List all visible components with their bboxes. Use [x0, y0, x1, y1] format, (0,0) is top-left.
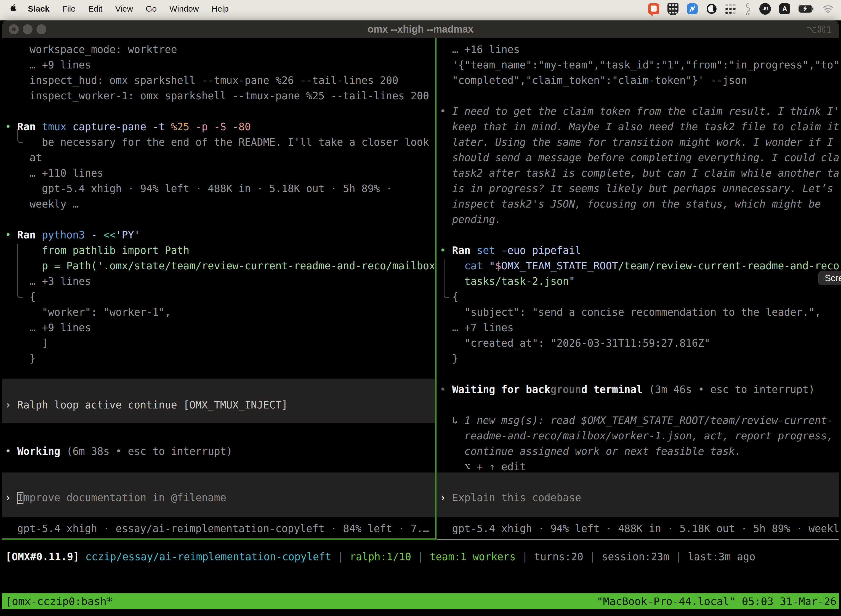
apple-menu[interactable] — [0, 3, 22, 15]
status-segment: | — [670, 551, 688, 563]
terminal-line: … +16 lines — [440, 42, 520, 57]
terminal-line: weekly … — [5, 197, 79, 212]
terminal-line: • Ran set -euo pipefail — [440, 243, 581, 258]
menu-item-slack[interactable]: Slack — [22, 4, 56, 13]
right-pane[interactable]: … +16 lines '{"team_name":"my-team","tas… — [437, 38, 839, 540]
terminal-line: tasks/task-2.json" — [440, 274, 575, 289]
terminal-line: • Working (6m 38s • esc to interrupt) — [5, 444, 232, 459]
status-segment: | — [411, 551, 429, 563]
terminal-line: from pathlib import Path — [5, 243, 189, 258]
tree-guide — [444, 260, 449, 298]
status-segment: ralph:1/10 — [350, 551, 411, 563]
terminal-line: continue assigned work or next feasible … — [440, 444, 741, 459]
tree-guide — [18, 244, 23, 298]
moon-icon[interactable] — [706, 3, 717, 14]
menu-item-go[interactable]: Go — [139, 4, 163, 13]
menu-bar: Slack File Edit View Go Window Help — [0, 0, 841, 18]
terminal-line: "completed","claim_token":"claim-token"}… — [440, 73, 747, 88]
right-pane-bottom-border — [437, 539, 839, 540]
screen-share-label: Scre — [825, 273, 841, 283]
terminal-line: "worker": "worker-1", — [5, 305, 171, 320]
terminal-line: … +9 lines — [5, 320, 91, 336]
status-segment — [79, 551, 85, 563]
terminal-line: › Improve documentation in @filename — [5, 490, 226, 506]
squiggle-icon[interactable] — [744, 3, 751, 15]
status-segment: session:23m — [602, 551, 670, 563]
terminal-line: ⌥ + ↑ edit — [440, 459, 526, 475]
terminal-line: inspect task2's JSON, focusing on the st… — [440, 197, 821, 212]
terminal-line: gpt-5.4 xhigh · essay/ai-reimplementatio… — [5, 521, 429, 537]
terminal-line: later. Using the same for transition mig… — [440, 135, 833, 150]
terminal-line: • Ran tmux capture-pane -t %25 -p -S -80 — [5, 119, 251, 135]
terminal-line: at — [5, 150, 42, 166]
terminal-line: › Ralph loop active continue [OMX_TMUX_I… — [5, 397, 288, 413]
blue-bolt-app-icon[interactable] — [687, 3, 698, 14]
terminal-line: } — [440, 351, 458, 367]
terminal-line: { — [440, 289, 458, 305]
terminal-line: task2 after task1 is complete, but can I… — [440, 166, 839, 181]
terminal-line: should send a message before completing … — [440, 150, 839, 166]
chat-notification-tail — [649, 13, 652, 16]
terminal-line: … +9 lines — [5, 57, 91, 73]
status-segment: team:1 workers — [429, 551, 516, 563]
menu-item-view[interactable]: View — [109, 4, 139, 13]
apple-icon — [9, 3, 18, 15]
status-segment: turns:20 — [534, 551, 583, 563]
menu-item-edit[interactable]: Edit — [82, 4, 109, 13]
terminal-line: inspect_hud: omx sparkshell --tmux-pane … — [5, 73, 399, 88]
menu-item-window[interactable]: Window — [163, 4, 205, 13]
window-title: omx --xhigh --madmax — [2, 21, 839, 38]
input-source-icon[interactable]: A — [779, 3, 790, 14]
terminal-area: workspace_mode: worktree … +9 lines insp… — [2, 38, 839, 540]
terminal-line: ] — [5, 336, 48, 351]
screen-share-notification[interactable]: Scre — [818, 271, 841, 285]
left-pane[interactable]: workspace_mode: worktree … +9 lines insp… — [2, 38, 435, 540]
terminal-line: ↳ 1 new msg(s): read $OMX_TEAM_STATE_ROO… — [440, 413, 833, 428]
window-title-bar[interactable]: omx --xhigh --madmax ⌥⌘1 — [2, 21, 839, 38]
terminal-line: readme-and-reco/mailbox/worker-1.json, a… — [440, 428, 833, 444]
screen: Slack File Edit View Go Window Help — [0, 0, 841, 616]
menu-status-icons: ..61 A — [648, 3, 841, 15]
terminal-line: p = Path('.omx/state/team/review-current… — [5, 258, 435, 274]
input-source-label: A — [782, 5, 787, 13]
terminal-line: '{"team_name":"my-team","task_id":"1","f… — [440, 57, 839, 73]
tree-guide — [18, 129, 23, 143]
dialpad-shield-icon[interactable] — [667, 3, 678, 15]
dots-grid-icon[interactable] — [725, 4, 736, 14]
status-segment: | — [516, 551, 534, 563]
omx-status-line: [OMX#0.11.9] cczip/essay/ai-reimplementa… — [6, 549, 756, 565]
terminal-line: "subject": "send a concise recommendatio… — [440, 305, 821, 320]
terminal-line: gpt-5.4 xhigh · 94% left · 488K in · 5.1… — [5, 181, 392, 197]
menu-item-file[interactable]: File — [56, 4, 82, 13]
terminal-line: … +110 lines — [5, 166, 103, 181]
tmux-session-label: [omx-cczip0:bash* — [2, 595, 113, 607]
status-segment: [OMX#0.11.9] — [6, 551, 79, 563]
tmux-host-clock: "MacBook-Pro-44.local" 05:03 31-Mar-26 — [597, 595, 839, 607]
terminal-line: "created_at": "2026-03-31T11:59:27.816Z" — [440, 336, 710, 351]
terminal-window: omx --xhigh --madmax ⌥⌘1 workspace_mode:… — [2, 21, 839, 616]
status-segment: last:3m ago — [688, 551, 756, 563]
status-segment: | — [331, 551, 350, 563]
terminal-line: … +7 lines — [440, 320, 513, 336]
badge-61-label: ..61 — [762, 6, 769, 11]
terminal-line: be necessary for the end of the README. … — [5, 135, 429, 150]
terminal-line: gpt-5.4 xhigh · 94% left · 488K in · 5.1… — [440, 521, 839, 537]
left-pane-bottom-border — [2, 538, 435, 540]
terminal-line: is in progress? It seems likely but perh… — [440, 181, 833, 197]
battery-icon[interactable] — [799, 5, 814, 13]
terminal-line: workspace_mode: worktree — [5, 42, 177, 57]
terminal-line: keep that in mind. Maybe I also need the… — [440, 119, 839, 135]
terminal-line: cat "$OMX_TEAM_STATE_ROOT/team/review-cu… — [440, 258, 839, 274]
chat-notification-icon[interactable] — [648, 3, 659, 14]
status-segment: cczip/essay/ai-reimplementation-copyleft — [85, 551, 331, 563]
chat-notification-inner — [651, 6, 657, 12]
wifi-icon[interactable] — [822, 4, 834, 13]
terminal-line: › Explain this codebase — [440, 490, 581, 506]
pane-divider[interactable] — [435, 38, 437, 540]
tmux-status-bar[interactable]: [omx-cczip0:bash* "MacBook-Pro-44.local"… — [2, 593, 839, 609]
terminal-line: } — [5, 351, 35, 367]
badge-61-icon[interactable]: ..61 — [759, 3, 771, 15]
terminal-line: • Ran python3 - <<'PY' — [5, 227, 140, 243]
menu-item-help[interactable]: Help — [205, 4, 235, 13]
window-shortcut-hint: ⌥⌘1 — [806, 21, 832, 38]
